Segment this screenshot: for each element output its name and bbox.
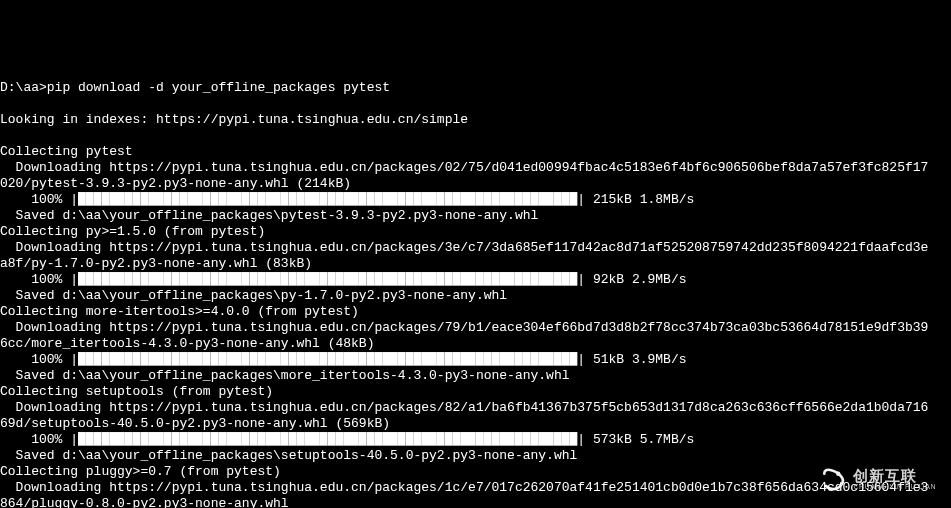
watermark: 创新互联 CHUANG XIN HU LIAN <box>819 465 936 493</box>
watermark-cn: 创新互联 <box>853 468 936 483</box>
downloading-line: 864/pluggy-0.8.0-py2.py3-none-any.whl <box>0 496 951 508</box>
saved-line: Saved d:\aa\your_offline_packages\pytest… <box>0 208 951 224</box>
progress-line: 100% |██████████████████████████████████… <box>0 432 951 448</box>
collecting-line: Collecting more-itertools>=4.0.0 (from p… <box>0 304 951 320</box>
downloading-line: 69d/setuptools-40.5.0-py2.py3-none-any.w… <box>0 416 951 432</box>
progress-line: 100% |██████████████████████████████████… <box>0 352 951 368</box>
progress-bar: ████████████████████████████████████████… <box>78 432 577 447</box>
collecting-line: Collecting pytest <box>0 144 951 160</box>
progress-bar: ████████████████████████████████████████… <box>78 272 577 287</box>
downloading-line: Downloading https://pypi.tuna.tsinghua.e… <box>0 240 951 256</box>
downloading-line: 020/pytest-3.9.3-py2.py3-none-any.whl (2… <box>0 176 951 192</box>
downloading-line: a8f/py-1.7.0-py2.py3-none-any.whl (83kB) <box>0 256 951 272</box>
svg-point-0 <box>837 472 841 476</box>
prompt-line: D:\aa>pip download -d your_offline_packa… <box>0 80 951 96</box>
progress-line: 100% |██████████████████████████████████… <box>0 192 951 208</box>
progress-bar: ████████████████████████████████████████… <box>78 192 577 207</box>
saved-line: Saved d:\aa\your_offline_packages\py-1.7… <box>0 288 951 304</box>
collecting-line: Collecting pluggy>=0.7 (from pytest) <box>0 464 951 480</box>
progress-bar: ████████████████████████████████████████… <box>78 352 577 367</box>
collecting-line: Collecting setuptools (from pytest) <box>0 384 951 400</box>
watermark-en: CHUANG XIN HU LIAN <box>853 483 936 490</box>
downloading-line: Downloading https://pypi.tuna.tsinghua.e… <box>0 320 951 336</box>
downloading-line: Downloading https://pypi.tuna.tsinghua.e… <box>0 480 951 496</box>
collecting-line: Collecting py>=1.5.0 (from pytest) <box>0 224 951 240</box>
downloading-line: 6cc/more_itertools-4.3.0-py3-none-any.wh… <box>0 336 951 352</box>
downloading-line: Downloading https://pypi.tuna.tsinghua.e… <box>0 400 951 416</box>
saved-line: Saved d:\aa\your_offline_packages\setupt… <box>0 448 951 464</box>
progress-line: 100% |██████████████████████████████████… <box>0 272 951 288</box>
logo-icon <box>819 465 847 493</box>
saved-line: Saved d:\aa\your_offline_packages\more_i… <box>0 368 951 384</box>
terminal-output: D:\aa>pip download -d your_offline_packa… <box>0 64 951 508</box>
downloading-line: Downloading https://pypi.tuna.tsinghua.e… <box>0 160 951 176</box>
index-line: Looking in indexes: https://pypi.tuna.ts… <box>0 112 951 128</box>
